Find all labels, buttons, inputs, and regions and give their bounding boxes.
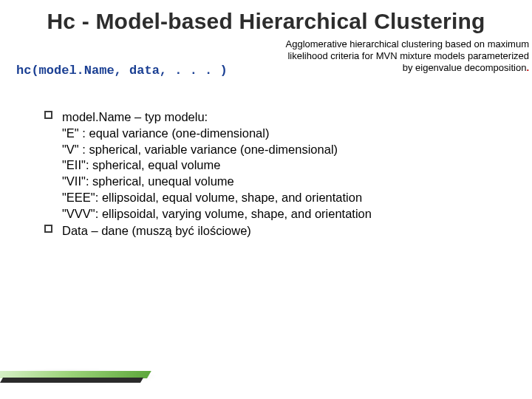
accent-wedge [0, 353, 170, 383]
slide: Hc - Model-based Hierarchical Clustering… [0, 0, 532, 399]
list-line: "E" : equal variance (one-dimensional) [62, 126, 502, 142]
list-line: model.Name – typ modelu: [62, 109, 502, 126]
description: Agglomerative hierarchical clustering ba… [278, 38, 529, 74]
description-text: Agglomerative hierarchical clustering ba… [286, 38, 529, 73]
accent-dark-bar [0, 378, 143, 383]
list-line: "VVV": ellipsoidal, varying volume, shap… [62, 206, 502, 222]
list-line: "EEE": ellipsoidal, equal volume, shape,… [62, 190, 502, 206]
bullet-icon [44, 225, 52, 233]
list-line: "V" : spherical, variable variance (one-… [62, 142, 502, 158]
list-line: "VII": spherical, unequal volume [62, 174, 502, 190]
description-dot: . [526, 62, 529, 73]
list-item: Data – dane (muszą być ilościowe) [44, 223, 502, 239]
list-line: "EII": spherical, equal volume [62, 157, 502, 174]
bullet-icon [44, 111, 52, 119]
slide-title: Hc - Model-based Hierarchical Clustering [0, 9, 532, 34]
list-item: model.Name – typ modelu: "E" : equal var… [44, 109, 502, 222]
code-call: hc(model.Name, data, . . . ) [16, 64, 228, 78]
content-area: model.Name – typ modelu: "E" : equal var… [44, 109, 502, 241]
list-line: Data – dane (muszą być ilościowe) [62, 223, 502, 239]
